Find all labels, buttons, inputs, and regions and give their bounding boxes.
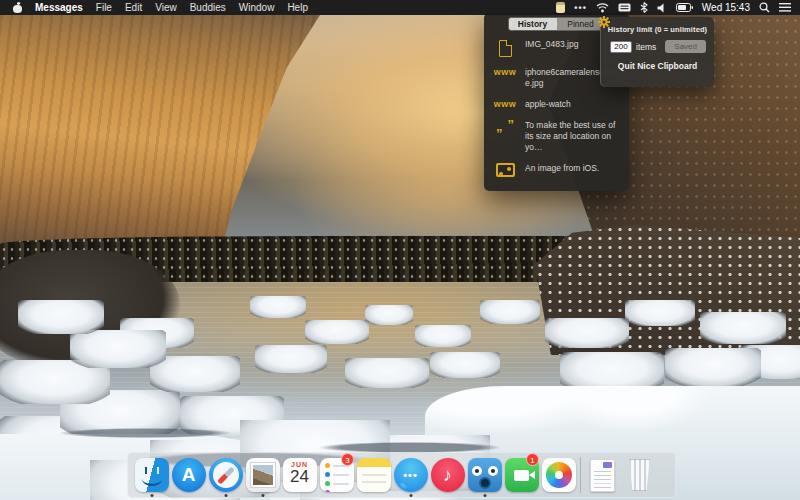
menu-item-view[interactable]: View xyxy=(155,2,177,13)
menu-item-help[interactable]: Help xyxy=(287,2,308,13)
clipboard-item[interactable]: wwwapple-watch xyxy=(493,99,622,110)
volume-icon[interactable] xyxy=(657,3,667,13)
spotlight-icon[interactable] xyxy=(759,2,770,13)
dock-notes[interactable] xyxy=(355,452,392,498)
notification-badge: 1 xyxy=(526,453,539,466)
running-indicator xyxy=(224,494,227,497)
menu-bar: Messages FileEditViewBuddiesWindowHelp •… xyxy=(0,0,800,15)
dock-messages[interactable]: ••• xyxy=(392,452,429,498)
quote-icon: ”” xyxy=(493,120,517,142)
history-limit-input[interactable] xyxy=(610,41,632,53)
clipboard-item-text: apple-watch xyxy=(525,99,622,110)
dock-document[interactable] xyxy=(584,452,621,498)
clipboard-item-text: An image from iOS. xyxy=(525,163,622,174)
desktop: Messages FileEditViewBuddiesWindowHelp •… xyxy=(0,0,800,500)
notification-center-icon[interactable] xyxy=(779,3,791,12)
notification-badge: 3 xyxy=(341,453,354,466)
running-indicator xyxy=(150,494,153,497)
messages-icon: ••• xyxy=(394,458,428,492)
dock-trash[interactable] xyxy=(621,452,658,498)
dock-safari[interactable] xyxy=(207,452,244,498)
finder-icon xyxy=(135,458,169,492)
running-indicator xyxy=(261,494,264,497)
dock-itunes[interactable]: ♪ xyxy=(429,452,466,498)
dock-app-store[interactable]: A xyxy=(170,452,207,498)
menubar-clock[interactable]: Wed 15:43 xyxy=(702,2,750,13)
keyboard-icon[interactable] xyxy=(618,3,631,12)
tab-history[interactable]: History xyxy=(509,18,557,30)
dock: AJUN243•••♪1 xyxy=(127,452,676,498)
clipboard-item[interactable]: ””To make the best use of its size and l… xyxy=(493,120,622,153)
url-icon: www xyxy=(493,67,517,77)
url-icon: www xyxy=(493,99,517,109)
history-limit-label: History limit (0 = unlimited) xyxy=(601,25,714,34)
running-indicator xyxy=(409,494,412,497)
dock-calendar[interactable]: JUN24 xyxy=(281,452,318,498)
mail-icon xyxy=(246,458,280,492)
saved-button[interactable]: Saved xyxy=(665,40,706,53)
safari-icon xyxy=(209,458,243,492)
bluetooth-icon[interactable] xyxy=(640,2,648,13)
wifi-icon[interactable] xyxy=(596,2,609,13)
dock-separator xyxy=(580,457,581,493)
menu-item-window[interactable]: Window xyxy=(239,2,275,13)
document-icon xyxy=(590,459,615,492)
clipboard-item[interactable]: An image from iOS. xyxy=(493,163,622,177)
history-pinned-tabs: HistoryPinned xyxy=(508,17,606,31)
clipboard-menubar-icon[interactable] xyxy=(556,2,565,13)
notes-icon xyxy=(357,458,391,492)
trash-icon xyxy=(626,459,653,491)
file-icon xyxy=(493,39,517,57)
itunes-icon: ♪ xyxy=(431,458,465,492)
tweetbot-icon xyxy=(468,458,502,492)
battery-icon[interactable] xyxy=(676,3,693,12)
menu-item-file[interactable]: File xyxy=(96,2,112,13)
more-menu-extra-icon[interactable]: ••• xyxy=(574,3,586,13)
photos-icon xyxy=(542,458,576,492)
app-store-icon: A xyxy=(172,458,206,492)
dock-mail[interactable] xyxy=(244,452,281,498)
apple-menu-icon[interactable] xyxy=(13,3,22,13)
dock-finder[interactable] xyxy=(133,452,170,498)
menu-item-edit[interactable]: Edit xyxy=(125,2,142,13)
running-indicator xyxy=(483,494,486,497)
quit-button[interactable]: Quit Nice Clipboard xyxy=(618,61,697,71)
dock-photos[interactable] xyxy=(540,452,577,498)
app-menu-title[interactable]: Messages xyxy=(35,2,83,13)
dock-reminders[interactable]: 3 xyxy=(318,452,355,498)
items-label: items xyxy=(636,42,656,52)
settings-gear-icon[interactable] xyxy=(598,14,610,26)
dock-tweetbot[interactable] xyxy=(466,452,503,498)
dock-facetime[interactable]: 1 xyxy=(503,452,540,498)
menu-item-buddies[interactable]: Buddies xyxy=(190,2,226,13)
calendar-icon: JUN24 xyxy=(283,458,317,492)
image-icon xyxy=(493,163,517,177)
clipboard-item-text: To make the best use of its size and loc… xyxy=(525,120,622,153)
settings-panel: History limit (0 = unlimited) items Save… xyxy=(600,17,714,87)
